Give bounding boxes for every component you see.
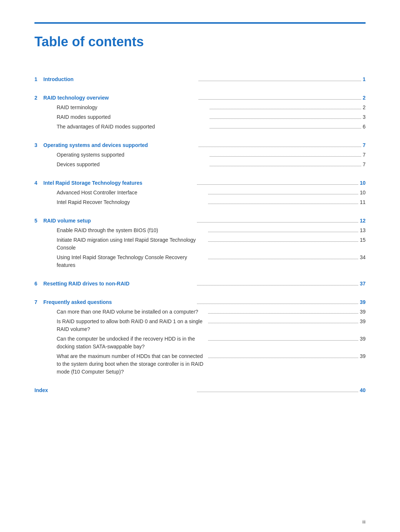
dots [208, 313, 358, 314]
toc-number-6: 6 [34, 280, 42, 288]
toc-number-5: 5 [34, 217, 42, 225]
toc-page-4-1: 10 [360, 189, 366, 197]
toc-link-raid-terminology[interactable]: RAID terminology [57, 104, 97, 111]
dots [197, 184, 358, 185]
toc-page-7: 39 [360, 298, 366, 306]
toc-page-3: 7 [363, 141, 366, 149]
toc-sub-initiate-migration: Initiate RAID migration using Intel Rapi… [34, 236, 366, 252]
toc-number-4: 4 [34, 179, 42, 187]
toc-page-5: 12 [360, 217, 366, 225]
toc-entry-irst: 4 Intel Rapid Storage Technology feature… [34, 179, 366, 187]
toc-link-faq[interactable]: Frequently asked questions [43, 298, 112, 306]
toc-entry-introduction: 1 Introduction 1 [34, 76, 366, 83]
toc-number-3: 3 [34, 141, 42, 149]
toc-sub-ahci: Advanced Host Controller Interface 10 [34, 189, 366, 197]
toc-page-2: 2 [363, 94, 366, 102]
dots [197, 285, 358, 285]
toc-link-reset-raid[interactable]: Resetting RAID drives to non-RAID [43, 280, 130, 288]
toc-link-os[interactable]: Operating systems and devices supported [43, 141, 148, 149]
dots [199, 147, 361, 147]
toc-link-introduction[interactable]: Introduction [43, 76, 74, 83]
toc-number-7: 7 [34, 298, 42, 306]
page: Table of contents 1 Introduction 1 2 RAI… [0, 0, 400, 532]
dots [210, 118, 361, 119]
toc-sub-faq-1: Can more than one RAID volume be install… [34, 308, 366, 316]
dots [208, 259, 358, 259]
toc-link-devices[interactable]: Devices supported [57, 161, 100, 168]
toc-page-7-4: 39 [360, 352, 366, 360]
toc-page-5-3: 34 [360, 254, 366, 261]
toc-link-initiate-migration[interactable]: Initiate RAID migration using Intel Rapi… [57, 236, 207, 252]
toc-entry-reset-raid: 6 Resetting RAID drives to non-RAID 37 [34, 280, 366, 288]
toc-page-2-1: 2 [363, 104, 366, 111]
toc-page-6: 37 [360, 280, 366, 288]
toc-entry-raid-overview: 2 RAID technology overview 2 [34, 94, 366, 102]
page-title: Table of contents [34, 34, 366, 50]
dots [199, 81, 361, 81]
toc-sub-os-supported: Operating systems supported 7 [34, 151, 366, 159]
toc-page-5-1: 13 [360, 227, 366, 234]
toc-link-faq-2[interactable]: Is RAID supported to allow both RAID 0 a… [57, 318, 207, 333]
toc-sub-console-recovery: Using Intel Rapid Storage Technology Con… [34, 254, 366, 269]
toc-link-ahci[interactable]: Advanced Host Controller Interface [57, 189, 137, 197]
dots [208, 340, 358, 341]
toc-page-4: 10 [360, 179, 366, 187]
toc-link-faq-4[interactable]: What are the maximum number of HDDs that… [57, 352, 207, 376]
toc-number-2: 2 [34, 94, 42, 102]
toc-link-raid-overview[interactable]: RAID technology overview [43, 94, 109, 102]
toc-page-7-3: 39 [360, 335, 366, 343]
toc-sub-raid-terminology: RAID terminology 2 [34, 104, 366, 111]
toc-sub-faq-3: Can the computer be undocked if the reco… [34, 335, 366, 351]
toc-sub-irrt: Intel Rapid Recover Technology 11 [34, 198, 366, 206]
toc-link-faq-1[interactable]: Can more than one RAID volume be install… [57, 308, 198, 316]
dots [210, 166, 361, 166]
toc-page-4-2: 11 [360, 198, 366, 206]
dots [208, 358, 358, 358]
toc-page-1: 1 [363, 76, 366, 83]
toc-link-raid-setup[interactable]: RAID volume setup [43, 217, 91, 225]
toc-link-index[interactable]: Index [34, 387, 48, 394]
toc-link-os-supported[interactable]: Operating systems supported [57, 151, 124, 159]
dots [208, 232, 358, 232]
toc-sub-raid-modes: RAID modes supported 3 [34, 113, 366, 121]
dots [208, 323, 358, 323]
dots [208, 194, 358, 194]
dots [197, 222, 358, 222]
toc-entry-faq: 7 Frequently asked questions 39 [34, 298, 366, 306]
toc-number-1: 1 [34, 76, 42, 83]
dots [208, 204, 358, 204]
toc-sub-devices: Devices supported 7 [34, 161, 366, 168]
toc-page-2-2: 3 [363, 113, 366, 121]
toc-page-7-1: 39 [360, 308, 366, 316]
toc-sub-enable-raid: Enable RAID through the system BIOS (f10… [34, 227, 366, 234]
dots [210, 109, 361, 109]
toc-sub-faq-2: Is RAID supported to allow both RAID 0 a… [34, 318, 366, 333]
toc-page-7-2: 39 [360, 318, 366, 325]
toc-link-irrt[interactable]: Intel Rapid Recover Technology [57, 198, 130, 206]
toc-sub-raid-advantages: The advantages of RAID modes supported 6 [34, 123, 366, 131]
page-number: iii [362, 519, 366, 525]
toc-entry-os: 3 Operating systems and devices supporte… [34, 141, 366, 149]
top-border [34, 22, 366, 24]
toc-link-raid-advantages[interactable]: The advantages of RAID modes supported [57, 123, 155, 131]
toc-page-3-2: 7 [363, 161, 366, 168]
toc-page-5-2: 15 [360, 236, 366, 244]
toc-page-2-3: 6 [363, 123, 366, 131]
dots [210, 128, 361, 128]
toc-link-faq-3[interactable]: Can the computer be undocked if the reco… [57, 335, 207, 351]
dots [197, 392, 358, 392]
dots [197, 304, 358, 304]
toc-link-enable-raid[interactable]: Enable RAID through the system BIOS (f10… [57, 227, 158, 234]
dots [199, 99, 361, 100]
toc-page-index: 40 [360, 387, 366, 394]
toc-page-3-1: 7 [363, 151, 366, 159]
toc-link-irst[interactable]: Intel Rapid Storage Technology features [43, 179, 142, 187]
dots [208, 241, 358, 242]
toc-entry-index: Index 40 [34, 387, 366, 394]
toc-link-raid-modes[interactable]: RAID modes supported [57, 113, 111, 121]
toc-sub-faq-4: What are the maximum number of HDDs that… [34, 352, 366, 376]
toc-section: 1 Introduction 1 2 RAID technology overv… [34, 76, 366, 394]
toc-entry-raid-setup: 5 RAID volume setup 12 [34, 217, 366, 225]
dots [210, 156, 361, 157]
toc-link-console-recovery[interactable]: Using Intel Rapid Storage Technology Con… [57, 254, 207, 269]
